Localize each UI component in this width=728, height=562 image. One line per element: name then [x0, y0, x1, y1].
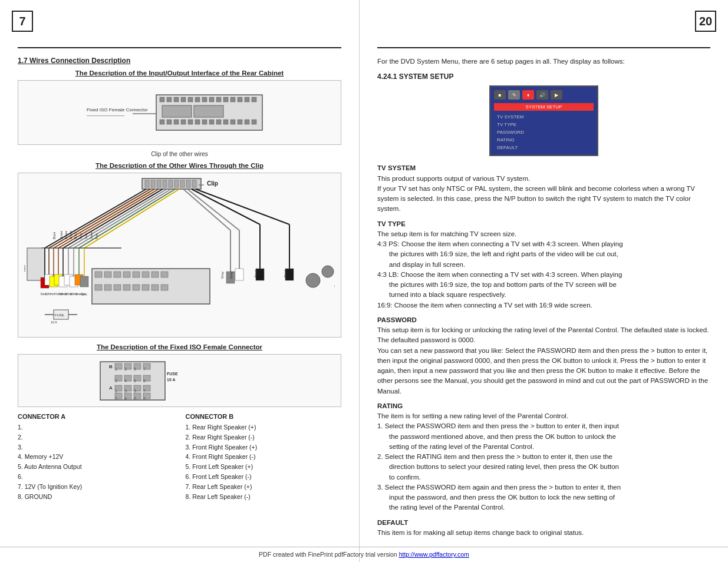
svg-rect-10	[202, 97, 207, 102]
password-block: PASSWORD This setup item is for locking …	[377, 315, 710, 396]
svg-rect-99	[95, 272, 102, 277]
tv-type-text: The setup item is for matching TV screen…	[377, 230, 710, 309]
setup-label: SYSTEM SETUP	[494, 103, 594, 111]
svg-rect-111	[133, 285, 140, 290]
svg-rect-35	[145, 180, 149, 187]
connector-b-title: CONNECTOR B	[186, 413, 342, 420]
svg-rect-30	[230, 120, 235, 124]
svg-line-50	[63, 189, 163, 248]
svg-rect-27	[209, 120, 214, 124]
svg-rect-37	[157, 180, 161, 187]
intro-text: For the DVD System Menu, there are 6 set…	[377, 57, 710, 67]
svg-text:Gray: Gray	[220, 271, 224, 278]
svg-text:5: 5	[134, 389, 136, 393]
svg-rect-28	[216, 120, 221, 124]
system-setup-screenshot: ■ ✎ ♦ 🔊 ▶ SYSTEM SETUP TV SYSTEM TV TYPE…	[377, 85, 710, 156]
svg-text:Brown: Brown	[60, 230, 63, 239]
svg-rect-5	[167, 97, 172, 102]
svg-text:Gray: Gray	[229, 271, 233, 278]
svg-rect-25	[195, 120, 200, 124]
svg-text:4: 4	[124, 379, 127, 383]
svg-rect-105	[151, 272, 159, 277]
svg-rect-36	[151, 180, 155, 187]
connector-a-item-3: 3.	[18, 442, 174, 452]
svg-text:Gray: Gray	[84, 232, 88, 239]
svg-text:FUSE: FUSE	[55, 313, 64, 317]
svg-rect-29	[223, 120, 228, 124]
svg-rect-42	[186, 180, 190, 187]
tv-system-text: This product supports output of various …	[377, 175, 695, 213]
svg-text:Green: Green	[90, 230, 93, 239]
svg-rect-39	[169, 180, 173, 187]
connector-b-item-6: 6. Front Left Speaker (-)	[186, 472, 342, 482]
svg-text:6: 6	[134, 379, 136, 383]
svg-rect-113	[151, 285, 159, 290]
svg-text:8: 8	[143, 396, 146, 401]
svg-text:7: 7	[143, 389, 146, 393]
tv-system-title: TV SYSTEM	[377, 164, 416, 171]
connector-a-title: CONNECTOR A	[18, 413, 174, 420]
setup-item-rating: RATING	[494, 136, 594, 144]
svg-rect-118	[235, 269, 243, 280]
svg-rect-32	[245, 120, 249, 124]
svg-rect-40	[174, 180, 179, 187]
svg-rect-7	[181, 97, 186, 102]
svg-text:Yell: Yell	[50, 292, 55, 296]
svg-rect-15	[238, 97, 242, 102]
svg-text:10 A: 10 A	[51, 320, 57, 324]
svg-rect-110	[123, 285, 130, 290]
connector-a-col: CONNECTOR A 1. 2. 3. 4. Memory +12V 5. A…	[18, 413, 174, 501]
svg-rect-109	[114, 285, 121, 290]
connector-a-item-5: 5. Auto Antenna Output	[18, 462, 174, 472]
svg-text:6: 6	[134, 396, 136, 401]
setup-item-tv-type: TV TYPE	[494, 121, 594, 128]
rating-title: RATING	[377, 402, 403, 409]
connector-b-item-2: 2. Rear Right Speaker (-)	[186, 432, 342, 442]
setup-item-password: PASSWORD	[494, 128, 594, 136]
svg-rect-9	[195, 97, 200, 102]
svg-rect-106	[161, 272, 168, 277]
default-title: DEFAULT	[377, 519, 408, 526]
left-page: 7 1.7 Wires Connection Description The D…	[0, 0, 360, 562]
svg-rect-20	[160, 120, 164, 124]
svg-rect-104	[142, 272, 149, 277]
svg-text:1: 1	[115, 389, 117, 393]
svg-text:Black: Black	[52, 232, 56, 239]
connector-b-item-5: 5. Front Left Speaker (+)	[186, 462, 342, 472]
footer-text: PDF created with FinePrint pdfFactory tr…	[259, 551, 399, 558]
rating-text: The item is for setting a new rating lev…	[377, 412, 710, 513]
page-number-right: 20	[695, 11, 716, 32]
connector-b-item-4: 4. Front Right Speaker (-)	[186, 452, 342, 462]
svg-rect-19	[194, 105, 223, 117]
svg-rect-16	[245, 97, 249, 102]
right-page: 20 For the DVD System Menu, there are 6 …	[360, 0, 728, 562]
svg-rect-24	[188, 120, 193, 124]
diagram3-heading: The Description of the Fixed ISO Female …	[18, 343, 341, 351]
setup-item-tv-system: TV SYSTEM	[494, 113, 594, 121]
svg-rect-23	[181, 120, 186, 124]
diagram2-heading: The Description of the Other Wires Throu…	[18, 162, 341, 169]
svg-rect-41	[180, 180, 185, 187]
svg-text:2: 2	[115, 379, 117, 383]
svg-text:FUSE: FUSE	[167, 372, 178, 376]
svg-text:Black: Black	[254, 269, 258, 277]
iso-connector-svg: B 1 3 5 7 2 4 6 8 A	[97, 359, 262, 403]
svg-rect-103	[133, 272, 140, 277]
svg-rect-22	[174, 120, 179, 124]
svg-text:Fixed ISO Female Connector: Fixed ISO Female Connector	[87, 107, 148, 113]
diagram1-area: Fixed ISO Female Connector ————————	[18, 80, 341, 145]
svg-text:B: B	[109, 364, 113, 369]
svg-rect-88	[80, 276, 88, 287]
svg-line-51	[68, 189, 167, 248]
svg-rect-101	[114, 272, 121, 277]
footer-link[interactable]: http://www.pdffactory.com	[399, 551, 469, 558]
svg-line-53	[79, 189, 175, 248]
svg-text:2: 2	[115, 396, 117, 401]
page-number-left: 7	[12, 11, 33, 32]
svg-text:Back: Back	[24, 265, 26, 272]
connector-a-item-8: 8. GROUND	[18, 492, 174, 502]
svg-rect-11	[209, 97, 214, 102]
svg-text:7: 7	[143, 367, 146, 371]
connector-b-item-7: 7. Rear Left Speaker (+)	[186, 482, 342, 492]
svg-rect-31	[238, 120, 242, 124]
